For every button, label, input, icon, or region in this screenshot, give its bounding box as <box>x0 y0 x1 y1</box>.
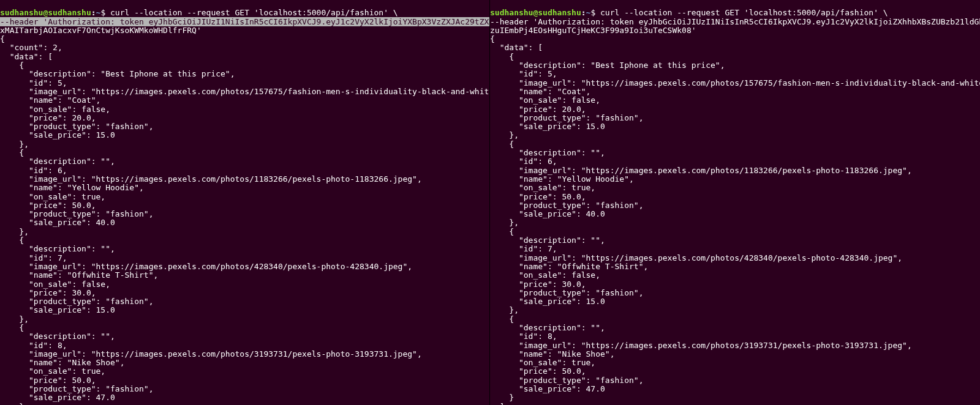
curl-command-line1: curl --location --request GET 'localhost… <box>600 8 888 17</box>
prompt-colon: : <box>91 8 96 17</box>
prompt-user: sudhanshu@sudhanshu <box>0 8 91 17</box>
json-response-left: { "count": 2, "data": [ { "description":… <box>0 34 490 405</box>
curl-command-line2: --header 'Authorization: token eyJhbGciO… <box>490 17 980 26</box>
prompt-dollar: $ <box>590 8 595 17</box>
curl-command-line1: curl --location --request GET 'localhost… <box>110 8 398 17</box>
prompt-colon: : <box>581 8 586 17</box>
shell-prompt-left: sudhanshu@sudhanshu:~$ <box>0 8 105 17</box>
terminal-pane-right[interactable]: sudhanshu@sudhanshu:~$ curl --location -… <box>490 0 980 405</box>
prompt-user: sudhanshu@sudhanshu <box>490 8 581 17</box>
selected-header-line: --header 'Authorization: token eyJhbGciO… <box>0 17 490 26</box>
curl-command-line3: xMAITarbjAOIacxvF7OnCtwjKsoKWMkoWHDlfrFR… <box>0 26 202 35</box>
curl-command-line3: zuIEmbPj4EOsHHguTCjHeKC3F99a9Ioi3uTeCSWk… <box>490 26 696 35</box>
shell-prompt-right: sudhanshu@sudhanshu:~$ <box>490 8 595 17</box>
json-response-right: { "data": [ { "description": "Best Iphon… <box>490 34 980 405</box>
prompt-dollar: $ <box>100 8 105 17</box>
terminal-pane-left[interactable]: sudhanshu@sudhanshu:~$ curl --location -… <box>0 0 490 405</box>
